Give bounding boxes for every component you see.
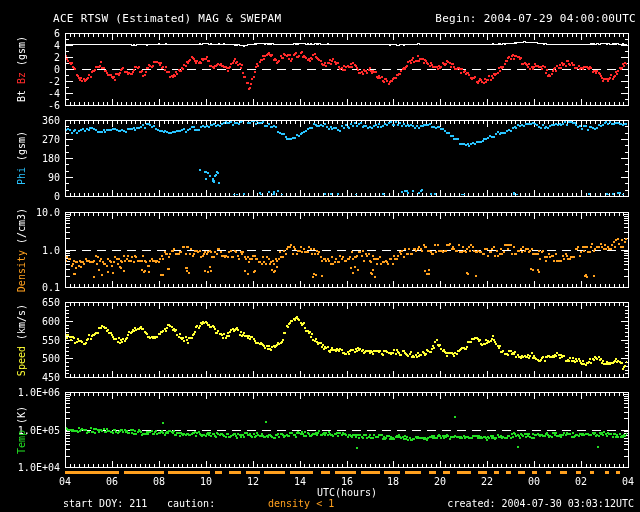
caution-value: density < 1 (268, 498, 334, 509)
phi-axis-label: Phi (gsm) (16, 131, 27, 185)
mag-axis-label: Bt Bz (gsm) (16, 36, 27, 102)
ace-rtsw-plot: ACE RTSW (Estimated) MAG & SWEPAM Begin:… (0, 0, 640, 512)
x-tick-label: 14 (288, 476, 312, 487)
x-tick-label: 06 (100, 476, 124, 487)
mag-ytick-label: -2 (0, 76, 60, 87)
begin-timestamp: Begin: 2004-07-29 04:00:00UTC (435, 13, 636, 24)
temp-axis-label-part: Temp (16, 430, 27, 454)
phi-ytick-label: 360 (0, 115, 60, 126)
speed-axis-label: Speed (km/s) (16, 304, 27, 376)
mag-ytick-label: -4 (0, 88, 60, 99)
density-ytick-label: 1.0 (0, 245, 60, 256)
temp-ytick-label: 1.0E+06 (0, 387, 60, 398)
speed-ytick-label: 500 (0, 353, 60, 364)
x-tick-label: 12 (241, 476, 265, 487)
mag-ytick-label: 4 (0, 40, 60, 51)
x-axis-title: UTC(hours) (317, 487, 377, 498)
phi-ytick-label: 0 (0, 191, 60, 202)
created-timestamp: created: 2004-07-30 03:03:12UTC (447, 498, 634, 509)
x-tick-label: 08 (147, 476, 171, 487)
temp-axis-label-part: (K) (16, 406, 27, 430)
speed-axis-label-part: (km/s) (16, 304, 27, 346)
temp-ytick-label: 1.0E+05 (0, 425, 60, 436)
x-tick-label: 18 (381, 476, 405, 487)
x-tick-label: 00 (522, 476, 546, 487)
speed-ytick-label: 600 (0, 316, 60, 327)
start-doy-label: start DOY: 211 (63, 498, 147, 509)
speed-axis-label-part: Speed (16, 346, 27, 376)
speed-ytick-label: 550 (0, 335, 60, 346)
x-tick-label: 16 (335, 476, 359, 487)
caution-label: caution: (167, 498, 215, 509)
temp-ytick-label: 1.0E+04 (0, 462, 60, 473)
mag-ytick-label: -6 (0, 100, 60, 111)
mag-axis-label-part: (gsm) (16, 36, 27, 72)
phi-ytick-label: 270 (0, 134, 60, 145)
plot-canvas (0, 0, 640, 512)
x-tick-label: 20 (428, 476, 452, 487)
plot-title: ACE RTSW (Estimated) MAG & SWEPAM (53, 13, 281, 24)
speed-ytick-label: 450 (0, 372, 60, 383)
phi-axis-label-part: (gsm) (16, 131, 27, 167)
phi-axis-label-part: Phi (16, 167, 27, 185)
mag-ytick-label: 0 (0, 64, 60, 75)
x-tick-label: 10 (194, 476, 218, 487)
mag-ytick-label: 2 (0, 52, 60, 63)
mag-axis-label-part: Bz (16, 72, 27, 84)
mag-axis-label-part: Bt (16, 84, 27, 102)
density-axis-label-part: (/cm3) (16, 208, 27, 250)
temp-axis-label: Temp (K) (16, 406, 27, 454)
density-ytick-label: 0.1 (0, 282, 60, 293)
x-tick-label: 04 (616, 476, 640, 487)
phi-ytick-label: 90 (0, 172, 60, 183)
x-tick-label: 04 (53, 476, 77, 487)
speed-ytick-label: 650 (0, 297, 60, 308)
mag-ytick-label: 6 (0, 28, 60, 39)
phi-ytick-label: 180 (0, 153, 60, 164)
density-axis-label-part: Density (16, 250, 27, 292)
x-tick-label: 02 (569, 476, 593, 487)
density-axis-label: Density (/cm3) (16, 208, 27, 292)
density-ytick-label: 10.0 (0, 207, 60, 218)
x-tick-label: 22 (475, 476, 499, 487)
